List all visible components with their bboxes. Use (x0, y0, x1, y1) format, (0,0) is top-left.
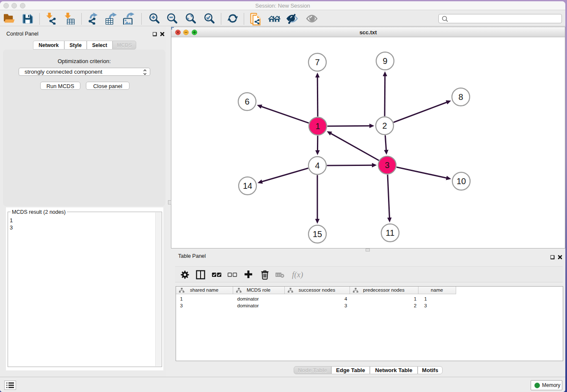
svg-text:1: 1 (315, 121, 320, 131)
svg-text:7: 7 (315, 58, 319, 67)
svg-text:15: 15 (313, 229, 322, 239)
svg-text:2: 2 (382, 121, 387, 130)
svg-text:f(x): f(x) (292, 270, 303, 279)
svg-text:4: 4 (315, 161, 319, 170)
svg-text:10: 10 (457, 177, 466, 186)
svg-text:8: 8 (458, 92, 463, 102)
svg-text:9: 9 (383, 56, 387, 66)
svg-text:3: 3 (385, 160, 389, 170)
svg-text:6: 6 (245, 97, 249, 106)
svg-text:14: 14 (243, 181, 252, 190)
svg-text:11: 11 (386, 228, 395, 237)
